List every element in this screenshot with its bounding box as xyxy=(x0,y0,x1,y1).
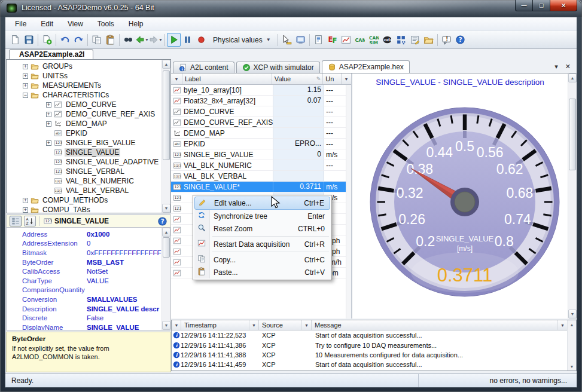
menu-help[interactable]: Help xyxy=(129,20,144,28)
open-folder-button[interactable] xyxy=(422,33,435,47)
property-row-discrete[interactable]: DiscreteFalse xyxy=(7,313,170,323)
new-file-button[interactable] xyxy=(8,33,22,47)
tree-item-demo_curve[interactable]: +DEMO_CURVE xyxy=(7,100,170,109)
property-row-bitmask[interactable]: Bitmask0xFFFFFFFFFFFFFFFF xyxy=(7,248,170,258)
collapse-icon[interactable]: − xyxy=(23,93,28,98)
notes-button[interactable] xyxy=(408,33,422,47)
save-button[interactable] xyxy=(22,33,36,47)
redo-button[interactable] xyxy=(72,33,86,47)
tab-list-icon[interactable]: ▾ xyxy=(554,63,558,71)
copy-button[interactable] xyxy=(90,33,103,47)
menu-item-edit-value[interactable]: Edit value...Ctrl+E xyxy=(194,197,330,210)
log-column-message[interactable]: Message▼ xyxy=(312,320,567,330)
tab-xcp-with-simulator[interactable]: XCP with simulator xyxy=(236,62,320,73)
close-button[interactable]: ✕ xyxy=(550,0,577,11)
maximize-button[interactable]: ▢ xyxy=(533,0,550,11)
tree-item-unitss[interactable]: +UNITSs xyxy=(7,71,170,81)
tab-asap2example-hex[interactable]: ASAP2Example.hex xyxy=(322,60,410,73)
table-row-epkid[interactable]: ablEPKIDEPRO...--- xyxy=(171,139,351,149)
log-row[interactable]: i12/29/16 14:11:22,523XCPStart of data a… xyxy=(172,330,576,340)
property-row-comparisonquantity[interactable]: ComparisonQuantity xyxy=(7,286,170,295)
expand-icon[interactable]: + xyxy=(46,140,51,146)
menu-file[interactable]: File xyxy=(15,20,26,28)
scroll-down-icon[interactable]: ▼ xyxy=(568,362,576,370)
expand-icon[interactable]: + xyxy=(23,198,28,203)
report-button[interactable] xyxy=(312,33,325,47)
menu-item-synchronize-tree[interactable]: Synchronize treeEnter xyxy=(194,210,330,222)
property-row-description[interactable]: DescriptionSINGLE_VALUE descr xyxy=(7,304,170,314)
log-row[interactable]: i12/29/16 14:11:41,386XCPTry to configur… xyxy=(172,340,576,350)
menu-item-reset-zoom[interactable]: Reset ZoomCTRL+0 xyxy=(194,222,330,235)
tree-item-epkid[interactable]: ablEPKID xyxy=(7,128,170,138)
property-row-chartype[interactable]: CharTypeVALUE xyxy=(7,276,170,286)
property-row-byteorder[interactable]: ByteOrderMSB_LAST xyxy=(7,258,170,267)
table-scrollbar[interactable] xyxy=(346,85,351,318)
title-bar[interactable]: Licensed - ASAP2Demo v6.0.25 - 64 Bit — … xyxy=(0,0,582,17)
help-button[interactable]: ? xyxy=(453,33,467,47)
tree-item-single_big_value[interactable]: +123SINGLE_BIG_VALUE xyxy=(7,138,170,148)
tree-scrollbar[interactable]: ▲▼ xyxy=(162,60,170,213)
message-filter-icon[interactable]: ▼ xyxy=(557,320,567,330)
property-row-conversion[interactable]: ConversionSMALLVALUES xyxy=(7,295,170,304)
column-header-unit[interactable]: Un xyxy=(323,74,342,84)
expand-icon[interactable]: + xyxy=(23,64,28,69)
property-row-calibaccess[interactable]: CalibAccessNotSet xyxy=(7,267,170,276)
categorize-button[interactable] xyxy=(10,216,22,226)
tree-item-compu_tabs[interactable]: +COMPU_TABs xyxy=(7,205,170,213)
tree-item-single_value[interactable]: 123SINGLE_VALUE xyxy=(7,148,170,157)
odx-tool-button[interactable]: odx xyxy=(380,33,394,47)
table-row-demo-curve-ref-axis[interactable]: DEMO_CURVE_REF_AXIS--- xyxy=(171,117,351,128)
menu-view[interactable]: View xyxy=(68,20,83,28)
navigate-back-button[interactable]: ▼ xyxy=(135,33,149,47)
tab-a2l-content[interactable]: iA2L content xyxy=(173,62,234,73)
feedback-button[interactable]: ! xyxy=(440,33,453,47)
scroll-down-icon[interactable]: ▼ xyxy=(568,310,577,318)
menu-tools[interactable]: Tools xyxy=(97,20,114,28)
can-simulator-button[interactable]: CANSIM xyxy=(367,33,380,47)
column-header-value[interactable]: Value✎ xyxy=(272,74,323,84)
tab-a2l-file[interactable]: ASAP2Example.a2l xyxy=(9,49,93,59)
property-row-displayname[interactable]: DisplayNameSINGLE_VALUE xyxy=(7,323,170,330)
can-bus-button[interactable]: CAN xyxy=(353,33,367,47)
property-scrollbar[interactable]: ▲▼ xyxy=(162,228,170,330)
help-icon[interactable]: ? xyxy=(157,216,167,226)
tree-item-demo_map[interactable]: +DEMO_MAP xyxy=(7,119,170,128)
menu-item-copy[interactable]: Copy...Ctrl+C xyxy=(194,253,330,266)
log-filter-icon[interactable]: ▼ xyxy=(172,320,181,330)
table-row-demo-curve[interactable]: DEMO_CURVE--- xyxy=(171,106,351,117)
tab-close-icon[interactable]: ✕ xyxy=(565,63,571,71)
find-button[interactable] xyxy=(121,33,135,47)
undo-button[interactable] xyxy=(58,33,72,47)
tree-item-characteristics[interactable]: −CHARACTERISTICs xyxy=(7,90,170,100)
table-row-demo-map[interactable]: DEMO_MAP--- xyxy=(171,128,351,139)
property-row-addressextension[interactable]: AddressExtension0 xyxy=(7,239,170,249)
source-filter-icon[interactable]: ▼ xyxy=(301,320,311,330)
scroll-up-icon[interactable]: ▲ xyxy=(162,228,170,237)
chart-window-button[interactable] xyxy=(339,33,353,47)
property-row-address[interactable]: Address0x1000 xyxy=(7,229,170,239)
expand-icon[interactable]: + xyxy=(23,207,28,213)
log-column-timestamp[interactable]: Timestamp▼ xyxy=(181,320,259,330)
physical-values-select[interactable]: Physical values▼ xyxy=(209,35,275,45)
scroll-up-icon[interactable]: ▲ xyxy=(568,320,576,329)
table-row-single-value-[interactable]: 123SINGLE_VALUE*0.3711m/s xyxy=(171,182,351,192)
ef-editor-button[interactable]: EF xyxy=(325,33,339,47)
unit-filter-icon[interactable]: ▼ xyxy=(345,77,349,81)
table-row-float32-8x4-array-32-[interactable]: Float32_8x4_array[32]0.07--- xyxy=(171,96,351,106)
expand-icon[interactable]: + xyxy=(23,83,28,88)
pause-acquisition-button[interactable] xyxy=(181,33,194,47)
scroll-down-icon[interactable]: ▼ xyxy=(162,321,170,330)
scroll-up-icon[interactable]: ▲ xyxy=(162,60,170,69)
tree-item-single_value_adaptive[interactable]: 123SINGLE_VALUE_ADAPTIVE xyxy=(7,157,170,167)
navigate-forward-button[interactable]: ▼ xyxy=(149,33,163,47)
log-column-source[interactable]: Source▼ xyxy=(259,320,312,330)
daq-blocks-button[interactable] xyxy=(394,33,408,47)
tree-item-single_verbal[interactable]: 123SINGLE_VERBAL xyxy=(7,167,170,176)
paste-button[interactable] xyxy=(103,33,117,47)
expand-icon[interactable]: + xyxy=(23,74,28,79)
record-button[interactable] xyxy=(194,33,208,47)
table-row-single-big-value[interactable]: 123SINGLE_BIG_VALUE0m/s xyxy=(171,149,351,160)
tree-item-val_blk_verbal[interactable]: 1|2|3VAL_BLK_VERBAL xyxy=(7,186,170,195)
table-row-val-blk-verbal[interactable]: 1|2|3VAL_BLK_VERBAL xyxy=(171,171,351,182)
menu-edit[interactable]: Edit xyxy=(41,20,53,28)
